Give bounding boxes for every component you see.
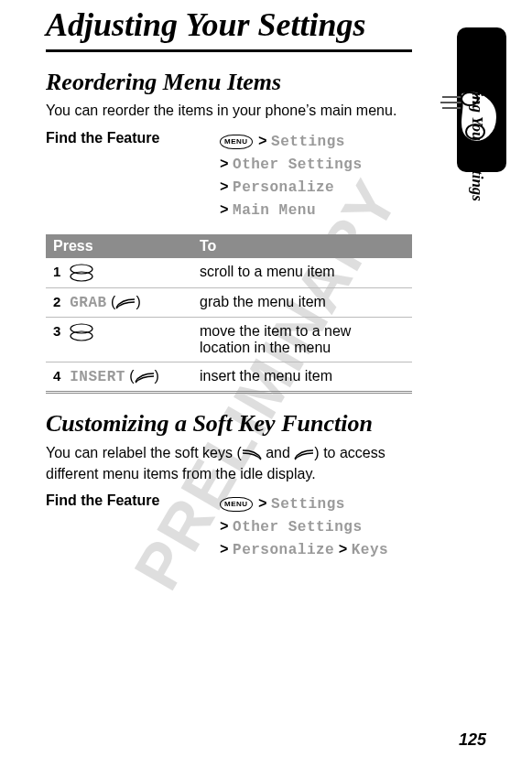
softkey-left-icon bbox=[242, 444, 262, 464]
step-desc: insert the menu item bbox=[192, 362, 412, 393]
step-desc: scroll to a menu item bbox=[192, 258, 412, 288]
table-row: 1 scroll to a menu item bbox=[46, 258, 412, 288]
col-press: Press bbox=[46, 234, 192, 258]
step-num: 1 bbox=[46, 258, 62, 288]
section2-feature: Find the Feature MENU > Settings > Other… bbox=[46, 492, 412, 561]
gt: > bbox=[220, 179, 229, 196]
insert-label: INSERT bbox=[70, 369, 125, 385]
feature-path: MENU > Settings > Other Settings > Perso… bbox=[220, 492, 388, 561]
gt: > bbox=[220, 519, 229, 535]
section1-heading: Reordering Menu Items bbox=[46, 69, 486, 96]
table-row: 2 GRAB () grab the menu item bbox=[46, 288, 412, 318]
body-pre: You can relabel the soft keys ( bbox=[46, 445, 242, 460]
step-num: 3 bbox=[46, 318, 62, 362]
path-settings: Settings bbox=[271, 496, 345, 513]
step-num: 4 bbox=[46, 362, 62, 393]
instruction-table: Press To 1 scroll to a menu item 2 bbox=[46, 234, 412, 394]
softkey-right-icon bbox=[294, 444, 314, 464]
scroll-icon bbox=[70, 264, 93, 282]
scroll-icon bbox=[70, 323, 93, 341]
rparen: ) bbox=[136, 294, 140, 309]
feature-label: Find the Feature bbox=[46, 130, 220, 222]
gt: > bbox=[220, 202, 229, 219]
step-desc: move the item to a new location in the m… bbox=[192, 318, 412, 362]
col-to: To bbox=[192, 234, 412, 258]
path-personalize: Personalize bbox=[233, 542, 334, 558]
gt: > bbox=[258, 496, 267, 513]
menu-icon: MENU bbox=[220, 135, 253, 149]
gt: > bbox=[339, 542, 348, 558]
feature-path: MENU > Settings > Other Settings > Perso… bbox=[220, 130, 362, 222]
gt: > bbox=[220, 542, 229, 558]
grab-label: GRAB bbox=[70, 295, 106, 311]
rparen: ) bbox=[155, 368, 159, 384]
body-mid: and bbox=[262, 445, 295, 460]
path-personalize: Personalize bbox=[233, 179, 334, 196]
menu-icon: MENU bbox=[220, 497, 253, 512]
path-other-settings: Other Settings bbox=[233, 157, 362, 173]
side-section-label: Adjusting Your Settings bbox=[468, 50, 486, 201]
section1-feature: Find the Feature MENU > Settings > Other… bbox=[46, 130, 412, 222]
path-other-settings: Other Settings bbox=[233, 519, 362, 535]
feature-label: Find the Feature bbox=[46, 492, 220, 561]
title-rule bbox=[46, 49, 412, 52]
softkey-right-icon bbox=[135, 369, 155, 385]
gt: > bbox=[258, 134, 267, 150]
gt: > bbox=[220, 157, 229, 173]
path-main-menu: Main Menu bbox=[233, 202, 316, 219]
path-keys: Keys bbox=[352, 542, 388, 558]
section2-heading: Customizing a Soft Key Function bbox=[46, 410, 486, 438]
chapter-title: Adjusting Your Settings bbox=[46, 0, 486, 44]
path-settings: Settings bbox=[271, 134, 345, 150]
softkey-right-icon bbox=[115, 295, 136, 311]
section1-body: You can reorder the items in your phone’… bbox=[46, 101, 412, 121]
step-desc: grab the menu item bbox=[192, 288, 412, 318]
section2-body: You can relabel the soft keys ( and ) to… bbox=[46, 443, 412, 483]
table-row: 4 INSERT () insert the menu item bbox=[46, 362, 412, 393]
step-num: 2 bbox=[46, 288, 62, 318]
page-number: 125 bbox=[459, 730, 486, 750]
table-row: 3 move the item to a new location in the… bbox=[46, 318, 412, 362]
